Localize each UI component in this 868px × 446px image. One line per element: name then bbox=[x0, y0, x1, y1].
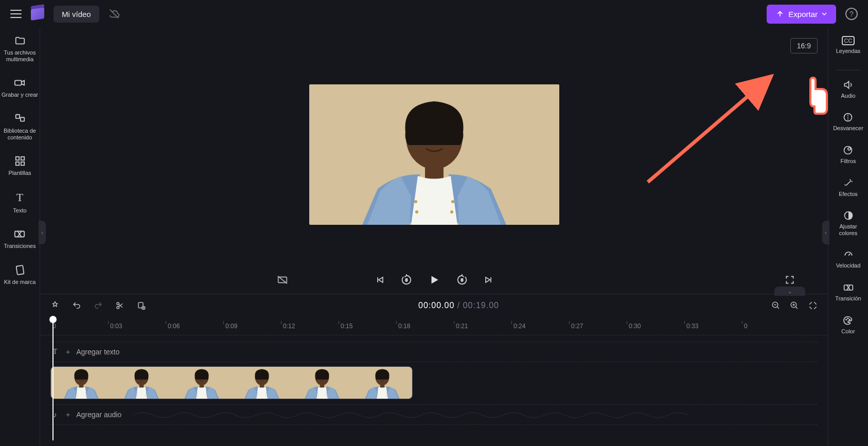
svg-rect-14 bbox=[15, 162, 19, 165]
ruler-tick: 0:21 bbox=[454, 317, 511, 335]
sidebar-label: Transiciones bbox=[4, 243, 36, 249]
sidebar-label: Transición bbox=[835, 295, 861, 302]
chevron-down-icon bbox=[822, 11, 827, 16]
svg-rect-17 bbox=[16, 265, 24, 274]
text-icon: T bbox=[16, 191, 23, 204]
sidebar-item-audio[interactable]: Audio bbox=[841, 80, 855, 99]
sidebar-item-record[interactable]: Grabar y crear bbox=[2, 77, 38, 98]
sidebar-item-fade[interactable]: Desvanecer bbox=[833, 112, 863, 132]
annotation-arrow bbox=[643, 69, 782, 187]
track-label: Agregar audio bbox=[76, 411, 121, 419]
timeline-timecode: 00:00.00 / 00:19.00 bbox=[158, 301, 759, 310]
sidebar-label: Audio bbox=[841, 93, 855, 99]
ruler-tick: 0:12 bbox=[281, 317, 339, 335]
waveform bbox=[133, 409, 699, 421]
adjust-icon bbox=[843, 210, 854, 221]
menu-button[interactable] bbox=[10, 7, 22, 21]
svg-point-36 bbox=[849, 319, 851, 320]
sidebar-item-color[interactable]: Color bbox=[841, 315, 855, 335]
fit-timeline-button[interactable] bbox=[808, 301, 818, 310]
sidebar-label: Filtros bbox=[841, 158, 856, 165]
ruler-tick: 0 bbox=[50, 317, 108, 335]
svg-text:5: 5 bbox=[405, 278, 407, 282]
cloud-off-icon[interactable] bbox=[109, 8, 120, 20]
sidebar-label: Plantillas bbox=[8, 170, 31, 176]
add-media-button[interactable] bbox=[137, 301, 146, 310]
video-clip[interactable] bbox=[50, 366, 413, 399]
collapse-right-panel[interactable]: ‹ bbox=[822, 221, 829, 244]
filters-icon bbox=[843, 145, 853, 155]
color-icon bbox=[843, 315, 853, 326]
auto-fit-button[interactable] bbox=[50, 301, 60, 310]
sidebar-item-captions[interactable]: CC Leyendas bbox=[836, 36, 861, 55]
collapse-timeline-button[interactable]: ⌄ bbox=[774, 287, 805, 296]
svg-point-35 bbox=[848, 318, 849, 319]
redo-button[interactable] bbox=[94, 301, 103, 310]
skip-start-button[interactable] bbox=[375, 275, 385, 285]
playback-controls: 5 5 ⌄ bbox=[40, 266, 828, 294]
sidebar-label: Ajustar colores bbox=[830, 223, 867, 236]
export-button[interactable]: Exportar bbox=[767, 5, 836, 24]
sidebar-item-templates[interactable]: Plantillas bbox=[8, 155, 31, 176]
safe-zone-toggle[interactable] bbox=[277, 274, 288, 286]
preview-area: 16:9 bbox=[40, 28, 828, 266]
upload-icon bbox=[776, 10, 784, 18]
music-icon: ♪ bbox=[50, 411, 60, 419]
sidebar-item-effects[interactable]: Efectos bbox=[839, 178, 858, 198]
fullscreen-button[interactable] bbox=[785, 275, 795, 285]
plus-icon: + bbox=[66, 348, 70, 356]
effects-icon bbox=[843, 178, 854, 188]
svg-rect-11 bbox=[20, 117, 24, 121]
templates-icon bbox=[14, 155, 26, 167]
split-button[interactable] bbox=[115, 301, 125, 310]
project-title[interactable]: Mi vídeo bbox=[54, 6, 99, 23]
timeline-ruler[interactable]: 00:030:060:090:120:150:180:210:240:270:3… bbox=[40, 317, 828, 335]
right-sidebar: ‹ CC Leyendas Audio Desvanecer Filtros E… bbox=[828, 28, 868, 446]
ruler-tick: 0:24 bbox=[511, 317, 569, 335]
transitions-icon bbox=[14, 228, 25, 240]
svg-rect-9 bbox=[15, 81, 22, 85]
sidebar-item-filters[interactable]: Filtros bbox=[841, 145, 856, 165]
sidebar-item-text[interactable]: T Texto bbox=[13, 191, 26, 214]
help-button[interactable]: ? bbox=[845, 8, 858, 20]
camera-icon bbox=[14, 77, 25, 88]
library-icon bbox=[14, 113, 26, 124]
ruler-tick: 0:09 bbox=[223, 317, 281, 335]
sidebar-item-transition[interactable]: Transición bbox=[835, 282, 861, 302]
svg-rect-12 bbox=[15, 157, 19, 160]
ruler-tick: 0 bbox=[742, 317, 800, 335]
ruler-tick: 0:06 bbox=[166, 317, 223, 335]
video-content bbox=[355, 85, 514, 225]
sidebar-label: Velocidad bbox=[836, 262, 861, 269]
video-preview[interactable] bbox=[309, 84, 559, 225]
speed-icon bbox=[843, 249, 854, 260]
svg-rect-10 bbox=[15, 114, 19, 118]
svg-rect-15 bbox=[21, 162, 24, 165]
rewind-5-button[interactable]: 5 bbox=[401, 274, 412, 286]
zoom-out-button[interactable] bbox=[771, 301, 781, 310]
audio-track[interactable]: ♪ + Agregar audio bbox=[50, 404, 818, 425]
zoom-in-button[interactable] bbox=[790, 301, 799, 310]
skip-end-button[interactable] bbox=[483, 275, 493, 285]
playhead[interactable] bbox=[49, 316, 57, 323]
sidebar-label: Color bbox=[841, 328, 855, 335]
sidebar-item-library[interactable]: Biblioteca de contenido bbox=[2, 113, 39, 141]
ruler-tick: 0:27 bbox=[569, 317, 627, 335]
brand-icon bbox=[14, 264, 26, 276]
text-track[interactable]: T + Agregar texto bbox=[50, 342, 818, 362]
ruler-tick: 0:03 bbox=[108, 317, 166, 335]
sidebar-item-brand[interactable]: Kit de marca bbox=[4, 264, 36, 286]
track-label: Agregar texto bbox=[76, 348, 119, 356]
undo-button[interactable] bbox=[72, 301, 81, 310]
sidebar-item-speed[interactable]: Velocidad bbox=[836, 249, 861, 269]
transition-icon bbox=[843, 282, 854, 293]
sidebar-item-adjust[interactable]: Ajustar colores bbox=[830, 210, 867, 236]
svg-text:5: 5 bbox=[460, 278, 463, 282]
forward-5-button[interactable]: 5 bbox=[456, 274, 468, 286]
sidebar-item-media[interactable]: Tus archivos multimedia bbox=[2, 35, 39, 63]
ruler-tick: 0:18 bbox=[396, 317, 454, 335]
sidebar-item-transitions[interactable]: Transiciones bbox=[4, 228, 36, 249]
play-button[interactable] bbox=[428, 273, 441, 287]
aspect-ratio-button[interactable]: 16:9 bbox=[790, 38, 818, 53]
sidebar-label: Biblioteca de contenido bbox=[2, 128, 39, 141]
